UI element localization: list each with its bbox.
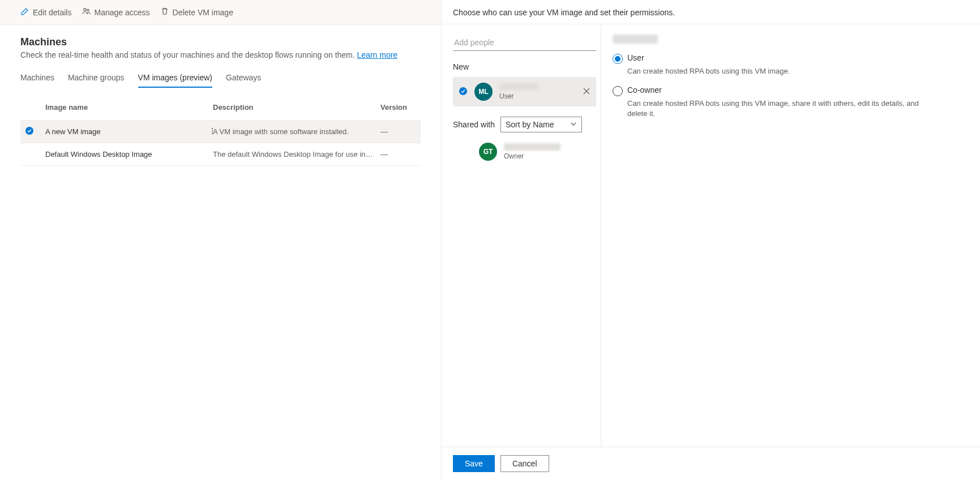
- new-person-card[interactable]: ML User: [453, 77, 596, 106]
- new-section-label: New: [453, 62, 596, 71]
- people-column: New ML User Shared with Sort by Name: [442, 24, 601, 447]
- svg-point-1: [87, 9, 89, 11]
- panel-header: Choose who can use your VM image and set…: [442, 0, 980, 24]
- chevron-down-icon: [570, 120, 577, 129]
- person-name: [504, 143, 560, 152]
- svg-point-3: [212, 128, 213, 129]
- row-version: —: [380, 150, 426, 158]
- radio-coowner-label: Co-owner: [627, 85, 662, 95]
- svg-point-0: [84, 8, 86, 11]
- row-name: A new VM image: [45, 127, 213, 136]
- person-text: Owner: [504, 143, 560, 160]
- tab-machines[interactable]: Machines: [20, 68, 54, 88]
- table-row[interactable]: Default Windows Desktop Image The defaul…: [20, 143, 421, 166]
- page-title: Machines: [20, 36, 421, 48]
- permissions-column: User Can create hosted RPA bots using th…: [601, 24, 980, 447]
- toolbar: Edit details Manage access Delete VM ima…: [0, 0, 441, 25]
- panel-body: New ML User Shared with Sort by Name: [442, 24, 980, 447]
- row-version: —: [380, 127, 426, 136]
- col-description[interactable]: Description: [213, 103, 380, 112]
- main-area: Edit details Manage access Delete VM ima…: [0, 0, 442, 480]
- radio-user-desc: Can create hosted RPA bots using this VM…: [627, 66, 922, 76]
- tabs: Machines Machine groups VM images (previ…: [20, 68, 421, 88]
- svg-point-4: [212, 130, 213, 131]
- share-panel: Choose who can use your VM image and set…: [442, 0, 980, 480]
- tab-gateways[interactable]: Gateways: [226, 68, 261, 88]
- avatar: GT: [479, 143, 497, 161]
- radio-coowner-desc: Can create hosted RPA bots using this VM…: [627, 98, 922, 119]
- person-role: User: [499, 92, 539, 100]
- edit-details-label: Edit details: [33, 8, 71, 17]
- delete-vm-image-label: Delete VM image: [173, 8, 233, 17]
- row-name: Default Windows Desktop Image: [45, 150, 213, 158]
- sort-select[interactable]: Sort by Name: [500, 117, 582, 132]
- panel-footer: Save Cancel: [442, 447, 980, 480]
- tab-machine-groups[interactable]: Machine groups: [68, 68, 125, 88]
- edit-details-button[interactable]: Edit details: [20, 7, 71, 18]
- radio-coowner[interactable]: [613, 86, 623, 96]
- page-subtitle-text: Check the real-time health and status of…: [20, 50, 357, 59]
- permission-coowner-option[interactable]: Co-owner: [613, 85, 964, 96]
- person-text: User: [499, 83, 539, 100]
- permission-user-option[interactable]: User: [613, 53, 964, 64]
- svg-point-5: [212, 132, 213, 134]
- save-button[interactable]: Save: [453, 455, 495, 472]
- cancel-button[interactable]: Cancel: [500, 455, 549, 472]
- add-people-input[interactable]: [453, 35, 596, 51]
- row-desc: A VM image with some software installed.: [213, 127, 380, 136]
- content-area: Machines Check the real-time health and …: [0, 25, 441, 166]
- page-subtitle: Check the real-time health and status of…: [20, 50, 421, 59]
- owner-card[interactable]: GT Owner: [453, 137, 596, 166]
- row-more-menu[interactable]: [208, 127, 216, 136]
- delete-vm-image-button[interactable]: Delete VM image: [160, 7, 233, 18]
- radio-user-label: User: [627, 53, 644, 62]
- sort-select-label: Sort by Name: [506, 120, 554, 129]
- avatar: ML: [474, 83, 493, 101]
- people-icon: [82, 7, 91, 18]
- tab-vm-images[interactable]: VM images (preview): [138, 68, 212, 88]
- row-desc: The default Windows Desktop Image for us…: [213, 150, 380, 158]
- table-row[interactable]: A new VM image A VM image with some soft…: [20, 121, 421, 143]
- table-header: Image name Description Version: [20, 98, 421, 121]
- col-image-name[interactable]: Image name: [45, 103, 213, 112]
- selected-person-name: [613, 35, 658, 44]
- learn-more-link[interactable]: Learn more: [357, 50, 398, 59]
- remove-person-button[interactable]: [581, 86, 592, 98]
- radio-user[interactable]: [613, 54, 623, 64]
- person-role: Owner: [504, 152, 560, 160]
- person-name: [499, 83, 539, 92]
- shared-with-label: Shared with: [453, 120, 495, 129]
- person-selected-icon: [459, 87, 468, 97]
- row-selected-icon[interactable]: [20, 126, 45, 137]
- manage-access-label: Manage access: [94, 8, 149, 17]
- col-version[interactable]: Version: [380, 103, 426, 112]
- pencil-icon: [20, 7, 29, 18]
- trash-icon: [160, 7, 169, 18]
- manage-access-button[interactable]: Manage access: [82, 7, 149, 18]
